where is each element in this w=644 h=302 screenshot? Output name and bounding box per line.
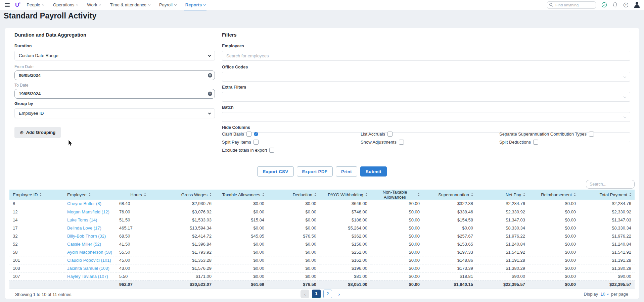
info-icon[interactable]: i (254, 132, 258, 136)
column-header[interactable]: Superannuation (423, 190, 476, 200)
page-1-button[interactable]: 1 (312, 290, 321, 298)
table-row: 12 Megan Mansfield (12) 76.00 $3,076.92 … (9, 208, 635, 216)
employee-link[interactable]: Billy-Bob Thorn (32) (67, 234, 106, 239)
column-header[interactable]: Reimbursement (528, 190, 579, 200)
employee-link[interactable]: Hayley Taviana (107) (67, 274, 108, 279)
nav-item-reports[interactable]: Reports (185, 2, 205, 7)
column-header[interactable]: Non-Taxable Allowances (371, 190, 423, 200)
split-deductions-checkbox[interactable] (533, 140, 538, 145)
app-logo[interactable]: U (15, 2, 19, 8)
split-pay-items-checkbox[interactable] (254, 140, 259, 145)
clear-from-date-icon[interactable]: ✕ (208, 73, 212, 78)
user-avatar[interactable] (634, 2, 640, 8)
employees-label: Employees (222, 44, 630, 48)
add-grouping-button[interactable]: ⊕ Add Grouping (14, 127, 61, 138)
column-header[interactable]: Employee ID (9, 190, 64, 200)
sort-icon[interactable] (418, 193, 420, 196)
next-page-button[interactable]: › (335, 290, 343, 298)
net-pay-cell: $1,380.29 (476, 264, 528, 272)
payg-withholding-cell: $186.00 (320, 216, 371, 224)
global-search-input[interactable] (547, 1, 596, 9)
sort-icon[interactable] (523, 193, 525, 196)
net-pay-cell: $2,330.92 (476, 208, 528, 216)
hours-cell: 43.00 (116, 264, 149, 272)
to-date-input[interactable] (14, 89, 215, 99)
office-codes-select[interactable] (222, 72, 630, 82)
exclude-totals-checkbox[interactable] (269, 148, 274, 153)
employee-link[interactable]: Belinda Love (17) (67, 225, 101, 231)
page-2-button[interactable]: 2 (323, 290, 332, 298)
duration-select[interactable]: Custom Date Range (14, 51, 215, 60)
table-row: 107 Hayley Taviana (107) 5.50 $171.00 $0… (9, 272, 635, 280)
employee-id-cell: 12 (9, 208, 64, 216)
employee-link[interactable]: Cassie Miller (52) (67, 242, 101, 247)
employee-cell: Luke Toms (14) (64, 216, 116, 224)
clear-to-date-icon[interactable]: ✕ (208, 92, 212, 96)
payg-withholding-cell: $5,264.00 (320, 224, 371, 232)
sort-icon[interactable] (314, 193, 316, 196)
employee-link[interactable]: Luke Toms (14) (67, 217, 97, 222)
cash-basis-option: Cash Basis i (222, 132, 361, 137)
column-header[interactable]: Deduction (268, 190, 320, 200)
totals-hours: 962.07 (116, 280, 149, 289)
print-button[interactable]: Print (336, 166, 357, 177)
net-pay-cell: $1,541.92 (476, 248, 528, 256)
reimbursement-cell: $0.00 (528, 200, 579, 208)
employee-link[interactable]: Megan Mansfield (12) (67, 209, 109, 214)
separate-super-checkbox[interactable] (589, 132, 594, 137)
employee-link[interactable]: Aydin Macpherson (58) (67, 250, 112, 255)
column-header[interactable]: PAYG Withholding (320, 190, 371, 200)
chevron-down-icon (624, 115, 626, 118)
column-header[interactable]: Total Payment (579, 190, 635, 200)
sort-icon[interactable] (210, 193, 212, 196)
nav-item-time-attendance[interactable]: Time & attendance (110, 2, 150, 7)
employee-link[interactable]: Jacinita Samuel (103) (67, 266, 109, 271)
table-search-input[interactable] (586, 180, 635, 189)
employee-id-cell: 103 (9, 264, 64, 272)
show-adjustments-option: Show Adjustments (361, 140, 499, 145)
employees-search-input[interactable] (222, 51, 630, 61)
sort-icon[interactable] (365, 193, 367, 196)
export-csv-button[interactable]: Export CSV (257, 166, 293, 177)
totals-taxable: $61.69 (215, 280, 268, 289)
group-by-select[interactable]: Employee ID (14, 108, 215, 118)
hamburger-menu-icon[interactable] (5, 3, 10, 7)
nav-item-operations[interactable]: Operations (53, 2, 78, 7)
column-header[interactable]: Hours (116, 190, 149, 200)
payg-withholding-cell: $252.00 (320, 248, 371, 256)
extra-filters-select[interactable] (222, 92, 630, 102)
status-check-icon[interactable] (601, 2, 607, 8)
sort-icon[interactable] (262, 193, 264, 196)
sort-icon[interactable] (144, 193, 146, 196)
export-pdf-button[interactable]: Export PDF (297, 166, 333, 177)
submit-button[interactable]: Submit (360, 166, 387, 177)
column-header[interactable]: Net Pay (476, 190, 528, 200)
nav-item-payroll[interactable]: Payroll (159, 2, 176, 7)
batch-select[interactable] (222, 112, 630, 122)
nav-item-people[interactable]: People (27, 2, 44, 7)
previous-page-button[interactable]: ‹ (301, 290, 309, 298)
show-adjustments-checkbox[interactable] (399, 140, 404, 145)
column-header[interactable]: Employee (64, 190, 116, 200)
sort-icon[interactable] (471, 193, 473, 196)
employee-id-cell: 17 (9, 224, 64, 232)
notifications-bell-icon[interactable] (612, 2, 618, 8)
employee-link[interactable]: Cheyne Butler (8) (67, 201, 101, 206)
column-header[interactable]: Gross Wages (149, 190, 215, 200)
employee-cell: Hayley Taviana (107) (64, 272, 116, 280)
group-by-label: Group by (14, 101, 215, 106)
list-accruals-checkbox[interactable] (387, 132, 393, 137)
sort-icon[interactable] (629, 193, 631, 196)
from-date-input[interactable] (14, 70, 215, 80)
sort-icon[interactable] (89, 193, 91, 196)
sort-icon[interactable] (40, 193, 42, 196)
employee-link[interactable]: Claudio Popovici (101) (67, 258, 111, 263)
nav-item-work[interactable]: Work (87, 2, 101, 7)
sort-icon[interactable] (574, 193, 576, 196)
column-header[interactable]: Taxable Allowances (215, 190, 268, 200)
page-size-select[interactable]: 10 (600, 292, 608, 297)
cash-basis-checkbox[interactable] (246, 132, 251, 137)
totals-total: $22,395.57 (579, 280, 635, 289)
chevron-down-icon (76, 3, 78, 5)
help-icon[interactable]: ? (623, 2, 629, 8)
